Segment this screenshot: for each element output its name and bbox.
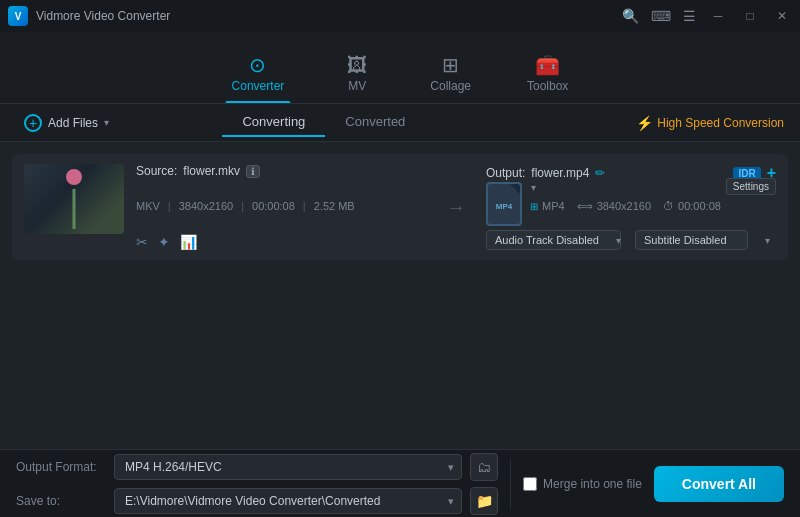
file-meta: MKV | 3840x2160 | 00:00:08 | 2.52 MB (136, 200, 426, 212)
tab-mv-label: MV (348, 79, 366, 93)
settings-button[interactable]: Settings (726, 178, 776, 195)
clock-icon: ⏱ (663, 200, 674, 212)
output-file-icon: MP4 ▾ (486, 182, 522, 226)
tab-toolbox[interactable]: 🧰 Toolbox (499, 47, 596, 103)
audio-track-wrapper: Audio Track Disabled (486, 230, 627, 250)
tab-collage-label: Collage (430, 79, 471, 93)
subtitle-select[interactable]: Subtitle Disabled (635, 230, 748, 250)
resolution-icon: ⟺ (577, 200, 593, 213)
file-actions: ✂ ✦ 📊 (136, 234, 426, 250)
minimize-button[interactable]: ─ (708, 6, 728, 26)
app-icon: V (8, 6, 28, 26)
output-meta: ⊞ MP4 ⟺ 3840x2160 ⏱ 00:00:08 (530, 200, 721, 213)
keyboard-icon[interactable]: ⌨ (651, 8, 671, 24)
file-icon-box: MP4 (486, 182, 522, 226)
vertical-divider (510, 459, 511, 509)
thumbnail-image (24, 164, 124, 234)
format-icon: ⊞ (530, 201, 538, 212)
converter-icon: ⊙ (249, 55, 266, 75)
title-bar-left: V Vidmore Video Converter (8, 6, 170, 26)
tab-navigation: ⊙ Converter 🖼 MV ⊞ Collage 🧰 Toolbox (0, 32, 800, 104)
output-side: Output: flower.mp4 ✏ IDR + MP4 ▾ (486, 164, 776, 250)
output-format-select[interactable]: MP4 H.264/HEVC (114, 454, 462, 480)
tab-mv[interactable]: 🖼 MV (312, 47, 402, 103)
source-filename: flower.mkv (183, 164, 240, 178)
menu-icon[interactable]: ☰ (683, 8, 696, 24)
output-title-row: Output: flower.mp4 ✏ (486, 166, 605, 180)
window-controls: 🔍 ⌨ ☰ ─ □ ✕ (622, 6, 792, 26)
search-icon[interactable]: 🔍 (622, 8, 639, 24)
merge-checkbox-input[interactable] (523, 477, 537, 491)
add-files-dropdown-arrow[interactable]: ▾ (104, 117, 109, 128)
source-resolution: 3840x2160 (179, 200, 233, 212)
output-format-label: Output Format: (16, 460, 106, 474)
tab-toolbox-label: Toolbox (527, 79, 568, 93)
edit-icon[interactable]: ✏ (595, 166, 605, 180)
merge-label: Merge into one file (543, 477, 642, 491)
source-format: MKV (136, 200, 160, 212)
save-to-select[interactable]: E:\Vidmore\Vidmore Video Converter\Conve… (114, 488, 462, 514)
close-button[interactable]: ✕ (772, 6, 792, 26)
tab-collage[interactable]: ⊞ Collage (402, 47, 499, 103)
arrow-separator: → (438, 164, 474, 250)
save-to-label: Save to: (16, 494, 106, 508)
file-item: Source: flower.mkv ℹ MKV | 3840x2160 | 0… (12, 154, 788, 260)
output-resolution: 3840x2160 (597, 200, 651, 212)
save-to-field: Save to: E:\Vidmore\Vidmore Video Conver… (16, 487, 498, 515)
audio-track-select[interactable]: Audio Track Disabled (486, 230, 621, 250)
bottom-bar: Output Format: MP4 H.264/HEVC 🗂 Save to:… (0, 449, 800, 517)
mv-icon: 🖼 (347, 55, 367, 75)
sub-tabs: Converting Converted (222, 108, 425, 137)
file-icon-dropdown-arrow[interactable]: ▾ (531, 182, 536, 193)
output-label: Output: (486, 166, 525, 180)
sub-tab-converting[interactable]: Converting (222, 108, 325, 137)
stem-decoration (73, 189, 76, 229)
info-badge[interactable]: ℹ (246, 165, 260, 178)
convert-all-button[interactable]: Convert All (654, 466, 784, 502)
lightning-icon: ⚡ (636, 115, 653, 131)
file-format-label: MP4 (496, 202, 512, 211)
source-label: Source: (136, 164, 177, 178)
merge-checkbox-label[interactable]: Merge into one file (523, 477, 642, 491)
duration-chip: ⏱ 00:00:08 (663, 200, 721, 212)
main-content: Source: flower.mkv ℹ MKV | 3840x2160 | 0… (0, 142, 800, 449)
source-duration: 00:00:08 (252, 200, 295, 212)
subtitle-wrapper: Subtitle Disabled (635, 230, 776, 250)
add-files-label: Add Files (48, 116, 98, 130)
app-title: Vidmore Video Converter (36, 9, 170, 23)
title-bar: V Vidmore Video Converter 🔍 ⌨ ☰ ─ □ ✕ (0, 0, 800, 32)
tab-converter-label: Converter (232, 79, 285, 93)
effect-icon[interactable]: 📊 (180, 234, 197, 250)
cut-icon[interactable]: ✂ (136, 234, 148, 250)
add-files-button[interactable]: + Add Files ▾ (16, 110, 117, 136)
sub-tab-converted[interactable]: Converted (325, 108, 425, 137)
output-format-select-wrapper: MP4 H.264/HEVC (114, 454, 462, 480)
plus-icon: + (24, 114, 42, 132)
dropdowns-row: Audio Track Disabled Subtitle Disabled (486, 230, 776, 250)
flower-decoration (66, 169, 82, 185)
right-actions: Merge into one file Convert All (523, 466, 784, 502)
save-to-select-wrapper: E:\Vidmore\Vidmore Video Converter\Conve… (114, 488, 462, 514)
file-thumbnail (24, 164, 124, 234)
output-format: MP4 (542, 200, 565, 212)
output-duration: 00:00:08 (678, 200, 721, 212)
resolution-chip: ⟺ 3840x2160 (577, 200, 651, 213)
source-row: Source: flower.mkv ℹ (136, 164, 426, 178)
trim-icon[interactable]: ✦ (158, 234, 170, 250)
maximize-button[interactable]: □ (740, 6, 760, 26)
bottom-fields-col: Output Format: MP4 H.264/HEVC 🗂 Save to:… (16, 453, 498, 515)
format-chip: ⊞ MP4 (530, 200, 565, 212)
high-speed-label: High Speed Conversion (657, 116, 784, 130)
output-settings: MP4 ▾ ⊞ MP4 ⟺ 3840x2160 (486, 182, 776, 226)
file-info-left: Source: flower.mkv ℹ MKV | 3840x2160 | 0… (136, 164, 426, 250)
tab-converter[interactable]: ⊙ Converter (204, 47, 313, 103)
high-speed-button[interactable]: ⚡ High Speed Conversion (636, 115, 784, 131)
save-to-folder-button[interactable]: 📁 (470, 487, 498, 515)
output-format-folder-button[interactable]: 🗂 (470, 453, 498, 481)
source-size: 2.52 MB (314, 200, 355, 212)
output-filename: flower.mp4 (531, 166, 589, 180)
sub-toolbar: + Add Files ▾ Converting Converted ⚡ Hig… (0, 104, 800, 142)
collage-icon: ⊞ (442, 55, 459, 75)
output-format-field: Output Format: MP4 H.264/HEVC 🗂 (16, 453, 498, 481)
toolbox-icon: 🧰 (535, 55, 560, 75)
